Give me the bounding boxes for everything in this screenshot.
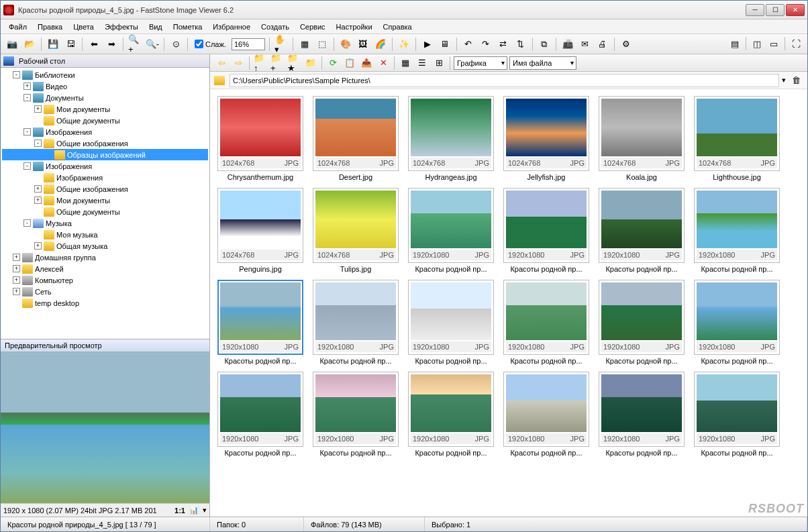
thumbnail-item[interactable]: 1920x1080JPGКрасоты родной пр... (693, 188, 780, 273)
close-button[interactable]: ✕ (786, 4, 805, 16)
menu-Правка[interactable]: Правка (34, 21, 66, 32)
smooth-checkbox[interactable]: Слаж. (195, 40, 226, 48)
thumbnail-item[interactable]: 1920x1080JPGКрасоты родной пр... (693, 280, 780, 365)
resize-icon[interactable]: ⬚ (315, 37, 330, 52)
tree-item[interactable]: Образцы изображений (2, 149, 208, 160)
nav-back-icon[interactable]: ⬅ (87, 37, 101, 52)
tree-toggle-icon[interactable]: - (23, 128, 31, 136)
wallpaper-icon[interactable]: 🖥 (438, 37, 452, 52)
hand-icon[interactable]: ✋▾ (274, 37, 289, 52)
histogram-icon[interactable]: 📊 (189, 506, 199, 515)
print-icon[interactable]: 🖨 (595, 37, 610, 52)
tree-toggle-icon[interactable]: - (34, 140, 42, 147)
settings-icon[interactable]: ⚙ (619, 37, 634, 52)
thumbnail-item[interactable]: 1920x1080JPGКрасоты родной пр... (503, 372, 590, 457)
layout3-icon[interactable]: ▭ (766, 37, 781, 52)
compare-icon[interactable]: ⧉ (537, 37, 552, 52)
rotate-right-icon[interactable]: ↷ (478, 37, 493, 52)
actual-size-icon[interactable]: ⊙ (168, 37, 183, 52)
thumbnail-item[interactable]: 1920x1080JPGКрасоты родной пр... (693, 372, 780, 457)
tree-toggle-icon[interactable]: - (23, 219, 31, 227)
tree-item[interactable]: +Видео (2, 81, 208, 92)
tree-item[interactable]: -Документы (2, 92, 208, 103)
effects-icon[interactable]: ✨ (397, 37, 411, 52)
thumbnail-item[interactable]: 1024x768JPGPenguins.jpg (217, 188, 304, 273)
zoom-out-icon[interactable]: 🔍- (145, 37, 160, 52)
crop-icon[interactable]: ▦ (297, 37, 312, 52)
zoom-in-icon[interactable]: 🔍+ (128, 37, 142, 52)
thumbnail-item[interactable]: 1920x1080JPGКрасоты родной пр... (407, 280, 495, 365)
titlebar[interactable]: Красоты родной природы_4_5.jpg - FastSto… (1, 1, 807, 19)
tree-item[interactable]: -Общие изображения (2, 138, 208, 149)
flip-h-icon[interactable]: ⇄ (496, 37, 511, 52)
view-thumb-icon[interactable]: ▦ (398, 56, 413, 70)
open-folder-icon[interactable]: 📂 (22, 37, 37, 52)
zoom-percent-input[interactable] (232, 38, 265, 50)
tree-toggle-icon[interactable]: - (23, 94, 31, 101)
menu-Вид[interactable]: Вид (145, 21, 166, 32)
copy-to-icon[interactable]: 📋 (342, 56, 357, 70)
thumbnail-item[interactable]: 1024x768JPGKoala.jpg (598, 96, 685, 181)
trash-icon[interactable]: 🗑 (789, 73, 803, 88)
new-folder-icon[interactable]: 📁+ (270, 56, 285, 70)
scan-icon[interactable]: 📠 (560, 37, 575, 52)
path-dropdown-icon[interactable]: ▾ (782, 76, 786, 85)
view-detail-icon[interactable]: ⊞ (432, 56, 446, 70)
forward-icon[interactable]: ⇨ (231, 56, 246, 70)
thumbnail-item[interactable]: 1024x768JPGChrysanthemum.jpg (217, 96, 304, 181)
thumbnail-item[interactable]: 1920x1080JPGКрасоты родной пр... (407, 372, 495, 457)
thumbnail-item[interactable]: 1024x768JPGJellyfish.jpg (503, 96, 590, 181)
thumbnail-item[interactable]: 1920x1080JPGКрасоты родной пр... (598, 280, 685, 365)
view-list-icon[interactable]: ☰ (415, 56, 430, 70)
maximize-button[interactable]: ☐ (766, 4, 785, 16)
tree-toggle-icon[interactable]: + (13, 254, 20, 261)
fav-add-icon[interactable]: 📁★ (287, 56, 301, 70)
menu-Файл[interactable]: Файл (5, 21, 31, 32)
tree-toggle-icon[interactable]: - (13, 71, 20, 78)
tree-toggle-icon[interactable]: + (13, 276, 20, 284)
tree-item[interactable]: +Мои документы (2, 103, 208, 115)
sort-dropdown[interactable]: Имя файла (509, 56, 576, 70)
move-to-icon[interactable]: 📤 (359, 56, 374, 70)
menu-Создать[interactable]: Создать (257, 21, 293, 32)
tree-item[interactable]: Общие документы (2, 115, 208, 126)
thumbnail-item[interactable]: 1920x1080JPGКрасоты родной пр... (217, 280, 304, 365)
thumbnail-item[interactable]: 1920x1080JPGКрасоты родной пр... (503, 188, 590, 273)
color-icon[interactable]: 🌈 (373, 37, 388, 52)
refresh-icon[interactable]: ⟳ (325, 56, 340, 70)
tree-item[interactable]: -Изображения (2, 126, 208, 138)
tree-toggle-icon[interactable]: + (34, 197, 42, 204)
smooth-check[interactable] (195, 40, 203, 48)
paint-icon[interactable]: 🎨 (338, 37, 353, 52)
nav-fwd-icon[interactable]: ➡ (104, 37, 119, 52)
tree-toggle-icon[interactable]: + (34, 185, 42, 193)
menu-Эффекты[interactable]: Эффекты (101, 21, 142, 32)
save-icon[interactable]: 💾 (46, 37, 60, 52)
tree-item[interactable]: temp desktop (2, 297, 208, 309)
tree-item[interactable]: +Общая музыка (2, 240, 208, 252)
tree-item[interactable]: Общие документы (2, 206, 208, 217)
fav-icon[interactable]: 📁 (303, 56, 318, 70)
rotate-left-icon[interactable]: ↶ (461, 37, 476, 52)
flip-v-icon[interactable]: ⇅ (513, 37, 528, 52)
tree-item[interactable]: +Домашняя группа (2, 252, 208, 263)
thumbnail-item[interactable]: 1024x768JPGHydrangeas.jpg (407, 96, 495, 181)
minimize-button[interactable]: ─ (746, 4, 764, 16)
view-type-dropdown[interactable]: Графика (454, 56, 507, 70)
thumbnail-item[interactable]: 1920x1080JPGКрасоты родной пр... (598, 188, 685, 273)
menu-Избранное[interactable]: Избранное (209, 21, 254, 32)
delete-icon[interactable]: ✕ (376, 56, 391, 70)
thumbnail-item[interactable]: 1920x1080JPGКрасоты родной пр... (598, 372, 685, 457)
menu-Настройки[interactable]: Настройки (332, 21, 376, 32)
tree-item[interactable]: -Музыка (2, 217, 208, 229)
tree-item[interactable]: -Библиотеки (2, 69, 208, 81)
thumbnail-item[interactable]: 1920x1080JPGКрасоты родной пр... (312, 280, 399, 365)
thumbnail-item[interactable]: 1920x1080JPGКрасоты родной пр... (217, 372, 304, 457)
thumbnail-item[interactable]: 1920x1080JPGКрасоты родной пр... (407, 188, 495, 273)
slideshow-icon[interactable]: ▶ (420, 37, 435, 52)
thumbnail-item[interactable]: 1920x1080JPGКрасоты родной пр... (312, 372, 399, 457)
tree-item[interactable]: +Алексей (2, 263, 208, 274)
fullscreen-icon[interactable]: ⛶ (789, 37, 803, 52)
thumbnail-grid[interactable]: 1024x768JPGChrysanthemum.jpg1024x768JPGD… (210, 89, 807, 517)
tree-item[interactable]: +Мои документы (2, 195, 208, 206)
